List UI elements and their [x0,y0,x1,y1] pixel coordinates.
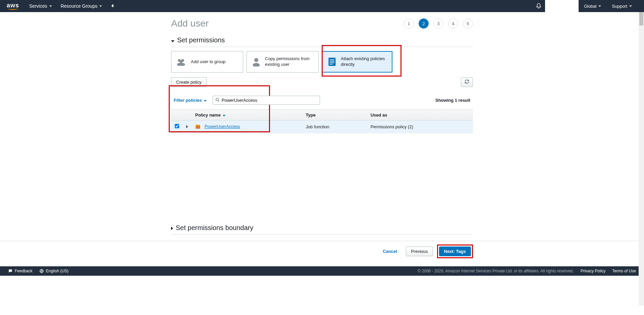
chevron-down-icon [204,98,207,103]
feedback-link[interactable]: Feedback [8,269,33,273]
col-type[interactable]: Type [303,110,367,121]
vertical-scrollbar[interactable] [639,12,644,276]
row-checkbox[interactable] [175,124,179,128]
privacy-link[interactable]: Privacy Policy [581,269,606,273]
card-attach-policies[interactable]: Attach existing policies directly [322,51,392,73]
step-3[interactable]: 3 [433,18,443,29]
svg-marker-14 [196,125,200,126]
table-row[interactable]: PowerUserAccess Job function Permissions… [171,121,473,133]
divider [171,234,473,235]
wizard-steps: 1 2 3 4 5 [404,18,473,29]
aws-smile-icon [8,8,18,10]
permissions-boundary-label: Set permissions boundary [176,224,253,232]
language-label: English (US) [46,269,68,273]
svg-point-2 [179,60,182,63]
permissions-boundary-header[interactable]: Set permissions boundary [171,224,473,232]
speech-bubble-icon [8,269,13,273]
col-checkbox [171,110,182,121]
managed-policy-icon [195,124,201,130]
filter-policies-label: Filter policies [174,98,202,103]
step-2[interactable]: 2 [419,18,429,29]
row-type: Job function [303,121,367,133]
svg-rect-7 [330,59,334,60]
refresh-icon [465,79,469,84]
card-copy-permissions[interactable]: Copy permissions from existing user [247,51,319,73]
pin-icon[interactable] [111,4,115,8]
page-title: Add user [171,18,209,29]
row-used-as: Permissions policy (2) [367,121,473,133]
sort-icon [221,113,225,118]
aws-logo[interactable]: aws [7,2,19,10]
top-nav: aws Services Resource Groups Global Supp… [0,0,644,12]
card-attach-policies-label: Attach existing policies directly [341,56,387,68]
expand-icon [171,224,173,232]
set-permissions-label: Set permissions [177,36,225,44]
expand-row-icon[interactable] [186,124,188,129]
terms-link[interactable]: Terms of Use [612,269,636,273]
group-icon [176,56,187,67]
nav-resource-groups[interactable]: Resource Groups [61,3,102,9]
set-permissions-header[interactable]: Set permissions [171,36,473,44]
svg-rect-13 [196,126,200,129]
filter-policies-link[interactable]: Filter policies [174,98,207,103]
search-wrap [213,96,320,105]
cancel-button[interactable]: Cancel [378,247,402,256]
previous-button[interactable]: Previous [406,246,433,256]
svg-line-12 [218,100,219,101]
step-1[interactable]: 1 [404,18,414,29]
svg-point-4 [254,58,258,62]
search-icon [215,98,220,103]
col-policy-name-label: Policy name [195,113,221,118]
wizard-footer: Cancel Previous Next: Tags [0,241,644,266]
col-expand [182,110,192,121]
refresh-button[interactable] [461,77,473,87]
step-5[interactable]: 5 [463,18,473,29]
annotation-highlight-next: Next: Tags [437,244,473,258]
nav-services[interactable]: Services [29,3,52,9]
next-button[interactable]: Next: Tags [439,246,471,256]
collapse-icon [171,36,174,44]
nav-region[interactable]: Global [579,0,607,12]
copyright-text: © 2008 - 2020, Amazon Internet Services … [418,269,574,273]
globe-icon [39,269,44,273]
svg-point-3 [177,63,185,66]
nav-support-label: Support [612,4,627,9]
card-add-to-group[interactable]: Add user to group [171,51,243,73]
account-menu-placeholder[interactable] [545,0,579,12]
feedback-label: Feedback [15,269,33,273]
nav-resource-groups-label: Resource Groups [61,3,98,9]
policy-name-link[interactable]: PowerUserAccess [205,124,240,129]
permission-method-cards: Add user to group Copy permissions from … [171,51,473,73]
scrollbar-thumb[interactable] [639,12,643,26]
step-4[interactable]: 4 [448,18,458,29]
svg-point-5 [253,63,260,67]
notifications-icon[interactable] [536,3,542,9]
svg-rect-9 [330,62,334,63]
svg-rect-8 [330,61,334,61]
col-used-as[interactable]: Used as [367,110,473,121]
policy-search-input[interactable] [213,96,320,105]
svg-rect-6 [329,58,336,66]
nav-region-label: Global [584,4,597,9]
user-icon [252,56,261,67]
col-policy-name[interactable]: Policy name [192,110,303,121]
nav-support[interactable]: Support [606,0,637,12]
result-count: Showing 1 result [435,98,470,103]
svg-point-11 [216,98,218,101]
create-policy-button[interactable]: Create policy [171,77,207,87]
nav-services-label: Services [29,3,47,9]
main-content: Add user 1 2 3 4 5 Set permissions Add u… [171,12,473,235]
card-copy-permissions-label: Copy permissions from existing user [265,56,314,68]
policy-doc-icon [327,56,337,67]
policies-table: Policy name Type Used as PowerUserAccess… [171,109,473,133]
svg-rect-10 [330,64,333,64]
divider [171,47,473,47]
global-footer: Feedback English (US) © 2008 - 2020, Ama… [0,266,644,276]
language-selector[interactable]: English (US) [39,269,68,273]
card-add-to-group-label: Add user to group [191,59,225,65]
